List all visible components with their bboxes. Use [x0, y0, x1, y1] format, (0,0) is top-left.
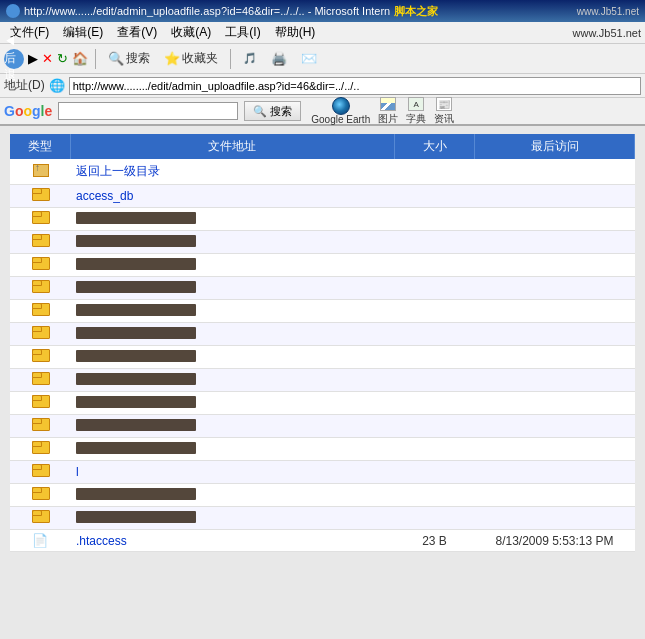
stop-button[interactable]: ✕ — [42, 51, 53, 66]
blurred-name — [76, 511, 196, 523]
mail-button[interactable]: ✉️ — [296, 49, 322, 68]
file-size-cell — [395, 208, 475, 231]
google-dict-label: 字典 — [406, 112, 426, 126]
content-area: 类型 文件地址 大小 最后访问 返回上一级目录access_dbl📄.htacc… — [0, 126, 645, 639]
google-search-button[interactable]: 🔍 搜索 — [244, 101, 301, 121]
google-images-item[interactable]: 图片 — [378, 96, 398, 126]
jb51-link[interactable]: www.Jb51.net — [573, 27, 641, 39]
blurred-name — [76, 373, 196, 385]
menu-favorites[interactable]: 收藏(A) — [165, 22, 217, 43]
menu-bar: 文件(F) 编辑(E) 查看(V) 收藏(A) 工具(I) 帮助(H) www.… — [0, 22, 645, 44]
menu-tools[interactable]: 工具(I) — [219, 22, 266, 43]
file-date-cell — [475, 369, 635, 392]
table-row — [10, 484, 635, 507]
col-header-addr: 文件地址 — [70, 134, 395, 159]
dict-icon-container: A — [406, 96, 426, 112]
address-input[interactable] — [69, 77, 641, 95]
file-name-cell[interactable] — [70, 208, 395, 231]
separator-1 — [95, 49, 96, 69]
col-header-time: 最后访问 — [475, 134, 635, 159]
file-size-cell — [395, 254, 475, 277]
folder-icon — [32, 188, 48, 201]
brand-url: www.Jb51.net — [577, 6, 639, 17]
home-button[interactable]: 🏠 — [72, 51, 88, 66]
table-row — [10, 231, 635, 254]
earth-icon-container — [331, 98, 351, 114]
folder-icon — [32, 395, 48, 408]
file-name-cell[interactable] — [70, 346, 395, 369]
table-row — [10, 346, 635, 369]
blurred-name — [76, 212, 196, 224]
print-icon: 🖨️ — [271, 51, 287, 66]
file-name-cell[interactable] — [70, 484, 395, 507]
table-row: 返回上一级目录 — [10, 159, 635, 185]
blurred-name — [76, 488, 196, 500]
search-button[interactable]: 🔍 搜索 — [103, 48, 155, 69]
file-name-cell[interactable] — [70, 300, 395, 323]
blurred-name — [76, 350, 196, 362]
blurred-name — [76, 235, 196, 247]
file-date-cell: 8/13/2009 5:53:13 PM — [475, 530, 635, 552]
file-size-cell — [395, 461, 475, 484]
google-news-item[interactable]: 📰 资讯 — [434, 96, 454, 126]
separator-2 — [230, 49, 231, 69]
file-name-cell[interactable]: 返回上一级目录 — [70, 159, 395, 185]
file-name-cell[interactable] — [70, 415, 395, 438]
file-type-cell — [10, 208, 70, 231]
google-search-input[interactable] — [58, 102, 238, 120]
blurred-name — [76, 396, 196, 408]
forward-button[interactable]: ▶ — [28, 51, 38, 66]
earth-icon — [332, 97, 350, 115]
favorites-button[interactable]: ⭐ 收藏夹 — [159, 48, 223, 69]
file-date-cell — [475, 323, 635, 346]
blurred-name — [76, 281, 196, 293]
title-bar: http://www....../edit/admin_uploadfile.a… — [0, 0, 645, 22]
google-toolbar-items: Google Earth 图片 A 字典 📰 资讯 — [311, 96, 454, 126]
table-row — [10, 300, 635, 323]
file-name-cell[interactable] — [70, 369, 395, 392]
file-type-cell — [10, 185, 70, 208]
file-size-cell — [395, 277, 475, 300]
file-name-cell[interactable]: l — [70, 461, 395, 484]
media-button[interactable]: 🎵 — [238, 50, 262, 67]
file-name-cell[interactable] — [70, 438, 395, 461]
star-icon: ⭐ — [164, 51, 180, 66]
folder-icon — [32, 326, 48, 339]
google-search-icon: 🔍 — [253, 105, 267, 118]
file-name-cell[interactable] — [70, 507, 395, 530]
folder-icon — [32, 510, 48, 523]
file-name-cell[interactable] — [70, 323, 395, 346]
table-row — [10, 438, 635, 461]
file-name-cell[interactable] — [70, 254, 395, 277]
file-name-cell[interactable]: access_db — [70, 185, 395, 208]
file-date-cell — [475, 484, 635, 507]
blurred-name — [76, 304, 196, 316]
file-date-cell — [475, 254, 635, 277]
file-date-cell — [475, 159, 635, 185]
back-button[interactable]: ◀ 后退 — [4, 49, 24, 69]
menu-help[interactable]: 帮助(H) — [269, 22, 322, 43]
file-name-cell[interactable] — [70, 392, 395, 415]
table-row — [10, 208, 635, 231]
menu-view[interactable]: 查看(V) — [111, 22, 163, 43]
google-toolbar: Google 🔍 搜索 Google Earth 图片 A 字典 📰 — [0, 98, 645, 126]
file-type-cell — [10, 415, 70, 438]
file-size-cell — [395, 159, 475, 185]
google-earth-item[interactable]: Google Earth — [311, 98, 370, 125]
file-name-cell[interactable] — [70, 277, 395, 300]
table-row — [10, 277, 635, 300]
refresh-button[interactable]: ↻ — [57, 51, 68, 66]
table-row: access_db — [10, 185, 635, 208]
blurred-name — [76, 442, 196, 454]
folder-icon — [32, 280, 48, 293]
folder-icon — [32, 303, 48, 316]
file-date-cell — [475, 346, 635, 369]
menu-edit[interactable]: 编辑(E) — [57, 22, 109, 43]
file-type-cell — [10, 461, 70, 484]
file-type-cell — [10, 346, 70, 369]
file-name-cell[interactable] — [70, 231, 395, 254]
print-button[interactable]: 🖨️ — [266, 49, 292, 68]
file-size-cell — [395, 346, 475, 369]
google-dict-item[interactable]: A 字典 — [406, 96, 426, 126]
folder-icon — [32, 418, 48, 431]
